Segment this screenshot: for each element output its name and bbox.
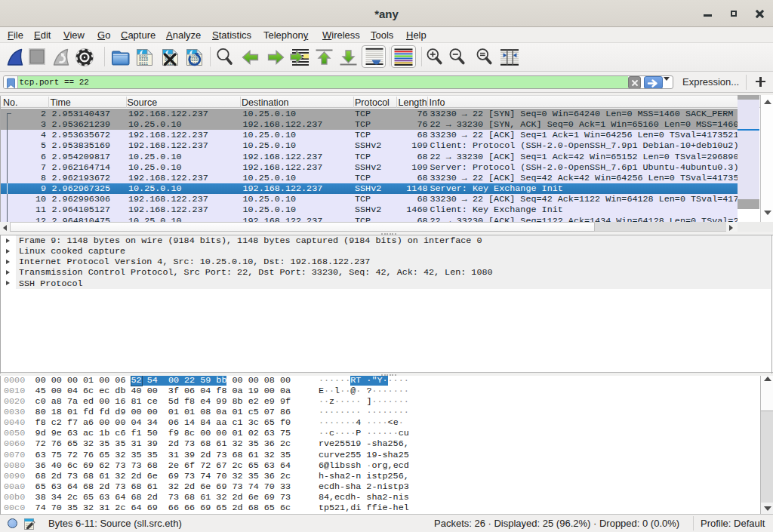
svg-text:0111: 0111 — [139, 62, 148, 66]
